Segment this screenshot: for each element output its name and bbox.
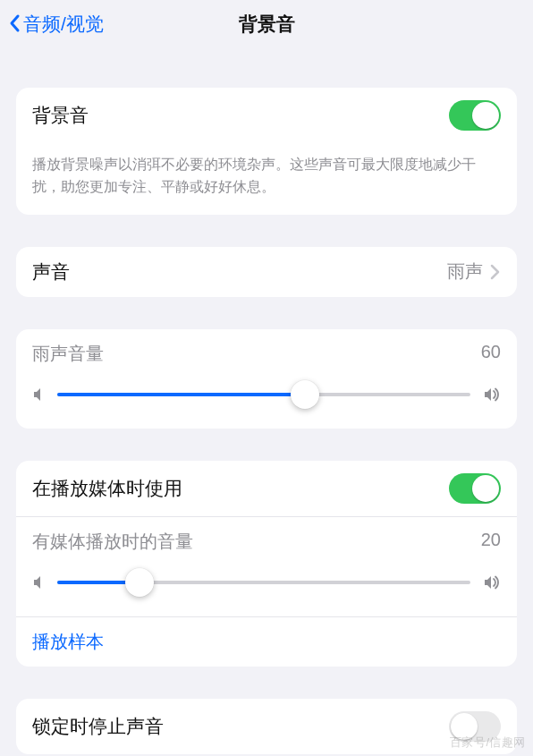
use-with-media-label: 在播放媒体时使用 [32,476,449,501]
back-button[interactable]: 音频/视觉 [7,12,104,37]
watermark: 百家号/信趣网 [450,735,526,751]
sound-label: 声音 [32,259,447,285]
nav-bar: 音频/视觉 背景音 [0,0,533,48]
group-sound: 声音 雨声 [16,247,517,297]
volume-high-icon [483,386,501,403]
media-volume-slider[interactable] [57,568,470,597]
volume-low-icon [32,574,45,590]
primary-volume-slider[interactable] [57,380,470,409]
stop-when-locked-label: 锁定时停止声音 [32,714,449,739]
group-background-sound: 背景音 播放背景噪声以消弭不必要的环境杂声。这些声音可最大限度地减少干扰，助您更… [16,88,517,215]
primary-volume-value: 60 [481,342,501,366]
master-toggle[interactable] [449,100,501,131]
volume-high-icon [483,574,501,590]
chevron-right-icon [488,263,501,281]
volume-low-icon [32,386,45,403]
group-primary-volume: 雨声音量 60 [16,329,517,429]
chevron-left-icon [7,13,21,35]
sound-value: 雨声 [447,259,483,284]
group-media: 在播放媒体时使用 有媒体播放时的音量 20 播放样本 [16,461,517,667]
group-lock: 锁定时停止声音 [16,699,517,754]
play-sample-button[interactable]: 播放样本 [16,616,517,667]
sound-row[interactable]: 声音 雨声 [16,247,517,297]
master-toggle-label: 背景音 [32,103,449,128]
master-toggle-desc: 播放背景噪声以消弭不必要的环境杂声。这些声音可最大限度地减少干扰，助您更加专注、… [16,143,517,215]
back-label: 音频/视觉 [23,12,104,37]
primary-volume-label: 雨声音量 [32,342,104,366]
use-with-media-toggle[interactable] [449,473,501,504]
media-volume-label: 有媒体播放时的音量 [32,530,193,554]
media-volume-value: 20 [481,530,501,554]
